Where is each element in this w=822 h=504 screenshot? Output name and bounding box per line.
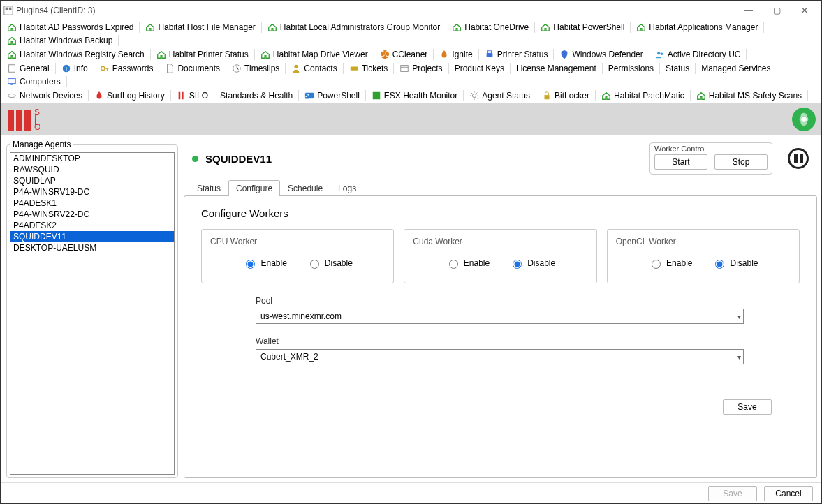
worker-control-label: Worker Control	[654, 144, 768, 153]
toolbar-item[interactable]: Contacts	[288, 62, 340, 75]
silo-logo: S I L O	[6, 105, 40, 133]
toolbar-item[interactable]: Tickets	[346, 62, 392, 75]
svg-rect-20	[182, 92, 184, 100]
minimize-button[interactable]: —	[735, 1, 763, 20]
toolbar-item[interactable]: Network Devices	[3, 89, 86, 102]
toolbar-item-label: ESX Health Monitor	[384, 91, 457, 101]
toolbar-item[interactable]: Habitat Printer Status	[153, 48, 252, 61]
agent-list-item[interactable]: RAWSQUID	[10, 164, 174, 175]
toolbar-item[interactable]: General	[3, 62, 53, 75]
toolbar-item-label: Habitat MS Safety Scans	[709, 91, 802, 101]
agent-list-item[interactable]: P4A-WINSRV19-DC	[10, 186, 174, 198]
svg-rect-2	[9, 8, 12, 10]
main-area: Manage Agents ADMINDESKTOPRAWSQUIDSQUIDL…	[1, 135, 821, 482]
footer-cancel-button[interactable]: Cancel	[764, 486, 813, 501]
toolbar-item[interactable]: Habitat Host File Manager	[142, 21, 258, 34]
tab-schedule[interactable]: Schedule	[280, 180, 330, 196]
enable-radio-label[interactable]: Enable	[446, 258, 490, 269]
toolbar-item[interactable]: SurfLog History	[91, 89, 168, 102]
toolbar-item[interactable]: Status	[662, 62, 693, 75]
configure-save-button[interactable]: Save	[723, 399, 772, 415]
agent-list-item[interactable]: P4ADESK1	[10, 198, 174, 209]
toolbar-item[interactable]: ESX Health Monitor	[368, 89, 461, 102]
toolbar-item[interactable]: CCCCleaner	[376, 48, 432, 61]
toolbar-item[interactable]: Habitat MS Safety Scans	[693, 89, 805, 102]
disable-radio[interactable]	[310, 260, 319, 269]
toolbar-item-label: Timeslips	[244, 64, 279, 73]
agent-list-item[interactable]: ADMINDESKTOP	[10, 153, 174, 164]
toolbar-item-label: Contacts	[304, 64, 337, 73]
stop-button[interactable]: Stop	[714, 154, 768, 170]
agent-list-item[interactable]: P4ADESK2	[10, 220, 174, 231]
toolbar-item[interactable]: Habitat Windows Registry Search	[3, 48, 148, 61]
toolbar-item[interactable]: Documents	[161, 62, 223, 75]
disable-radio[interactable]	[715, 260, 724, 269]
maximize-button[interactable]: ▢	[763, 1, 791, 20]
toolbar-item[interactable]: Habitat PatchMatic	[598, 89, 688, 102]
toolbar-item[interactable]: License Management	[513, 62, 600, 75]
toolbar-item[interactable]: SILO	[173, 89, 212, 102]
toolbar-item[interactable]: Managed Services	[698, 62, 774, 75]
enable-radio[interactable]	[246, 260, 255, 269]
toolbar-item[interactable]: Computers	[3, 75, 64, 88]
disable-radio[interactable]	[513, 260, 522, 269]
toolbar-item-label: Active Directory UC	[668, 50, 741, 59]
svg-point-14	[295, 65, 298, 68]
agent-list-item[interactable]: P4A-WINSRV22-DC	[10, 209, 174, 220]
toolbar-item[interactable]: Habitat AD Passwords Expired	[3, 21, 137, 34]
svg-text:O: O	[34, 122, 40, 132]
pause-button[interactable]	[788, 148, 809, 169]
disable-radio-label[interactable]: Disable	[712, 258, 758, 269]
esx-icon	[372, 91, 381, 101]
tab-logs[interactable]: Logs	[330, 180, 364, 196]
toolbar-item[interactable]: Habitat Local Administrators Group Monit…	[264, 21, 443, 34]
toolbar-item[interactable]: Windows Defender	[556, 48, 646, 61]
enable-radio[interactable]	[449, 260, 458, 269]
house-icon	[452, 22, 462, 32]
svg-rect-19	[178, 92, 180, 100]
toolbar-item[interactable]: Habitat Windows Backup	[3, 34, 116, 47]
toolbar-item[interactable]: Habitat Map Drive Viewer	[257, 48, 372, 61]
toolbar-item[interactable]: Passwords	[96, 62, 157, 75]
toolbar-item[interactable]: Timeslips	[228, 62, 283, 75]
toolbar-item[interactable]: Projects	[396, 62, 446, 75]
house-icon	[601, 91, 611, 101]
disable-radio-label[interactable]: Disable	[307, 258, 353, 269]
toolbar-item[interactable]: iInfo	[58, 62, 91, 75]
disable-radio-label[interactable]: Disable	[509, 258, 555, 269]
close-button[interactable]: ✕	[791, 1, 819, 20]
toolbar-item[interactable]: Standards & Health	[216, 89, 296, 102]
svg-rect-27	[16, 110, 22, 131]
toolbar-item[interactable]: Active Directory UC	[652, 48, 744, 61]
agent-list-item[interactable]: DESKTOP-UAELUSM	[10, 242, 174, 253]
toolbar-item[interactable]: Product Keys	[451, 62, 508, 75]
start-button[interactable]: Start	[654, 154, 707, 170]
toolbar-item[interactable]: Habitat OneDrive	[448, 21, 532, 34]
enable-radio-label[interactable]: Enable	[242, 258, 286, 269]
enable-radio-label[interactable]: Enable	[648, 258, 692, 269]
toolbar-item[interactable]: BitLocker	[538, 89, 593, 102]
toolbar-item[interactable]: Printer Status	[481, 48, 552, 61]
pool-select[interactable]	[256, 309, 744, 324]
silo-icon	[177, 91, 186, 101]
house-icon	[636, 22, 646, 32]
toolbar-item[interactable]: Agent Status	[466, 89, 534, 102]
tab-status[interactable]: Status	[189, 180, 228, 196]
toolbar-item[interactable]: Permissions	[605, 62, 657, 75]
enable-radio[interactable]	[652, 260, 661, 269]
toolbar-item[interactable]: Ignite	[436, 48, 476, 61]
agent-list-item[interactable]: SQUIDDEV11	[10, 231, 174, 242]
svg-point-24	[473, 94, 476, 97]
wallet-select[interactable]	[256, 349, 744, 364]
toolbar-item-label: Printer Status	[497, 50, 548, 59]
toolbar-item[interactable]: >_PowerShell	[301, 89, 363, 102]
pool-label: Pool	[256, 296, 744, 306]
toolbar-item[interactable]: Habitat Applications Manager	[633, 21, 761, 34]
brain-icon[interactable]	[792, 108, 816, 131]
footer-save-button[interactable]: Save	[708, 486, 757, 501]
toolbar-item[interactable]: Habitat PowerShell	[537, 21, 628, 34]
agent-list-item[interactable]: SQUIDLAP	[10, 175, 174, 186]
agent-list[interactable]: ADMINDESKTOPRAWSQUIDSQUIDLAPP4A-WINSRV19…	[10, 152, 175, 475]
worker-title: OpenCL Worker	[616, 237, 791, 246]
tab-configure[interactable]: Configure	[228, 180, 280, 196]
